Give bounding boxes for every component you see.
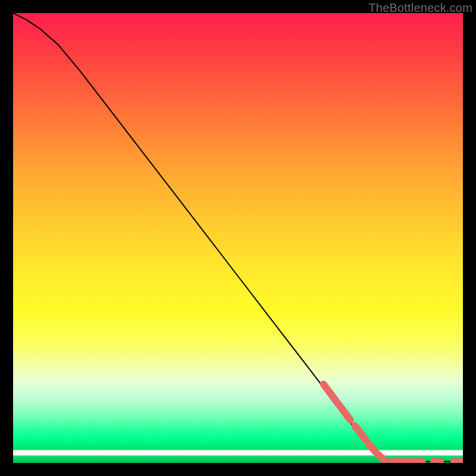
chart-stage: TheBottleneck.com (0, 0, 476, 476)
marker-cluster-diagonal-2 (368, 443, 375, 452)
chart-overlay-svg (13, 13, 463, 463)
marker-cluster-diagonal-3 (377, 454, 384, 460)
markers-layer (324, 384, 461, 462)
main-curve (13, 13, 463, 462)
marker-cluster-diagonal-0 (324, 384, 350, 420)
attribution-text: TheBottleneck.com (368, 1, 472, 15)
curve-layer (13, 13, 463, 462)
plot-area (13, 13, 463, 463)
marker-cluster-diagonal-1 (355, 426, 367, 440)
